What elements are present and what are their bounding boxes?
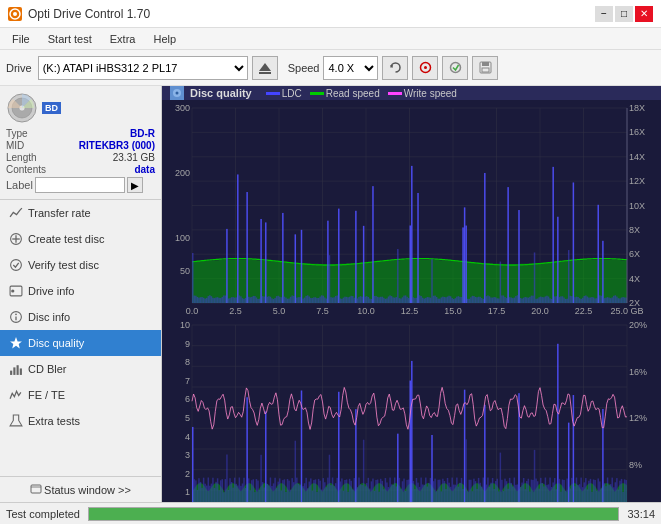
- svg-point-6: [424, 66, 427, 69]
- main-area: BD Type BD-R MID RITEKBR3 (000) Length 2…: [0, 86, 661, 502]
- menu-help[interactable]: Help: [145, 31, 184, 47]
- disc-quality-title-icon: [170, 86, 184, 100]
- sidebar-item-disc-quality[interactable]: Disc quality: [0, 330, 161, 356]
- status-text: Test completed: [6, 508, 80, 520]
- legend-ldc-color: [266, 92, 280, 95]
- legend-write-color: [388, 92, 402, 95]
- disc-label-label: Label: [6, 179, 33, 191]
- disc-length-row: Length 23.31 GB: [6, 152, 155, 163]
- disc-label-input[interactable]: [35, 177, 125, 193]
- drive-label: Drive: [6, 62, 32, 74]
- disc-button[interactable]: [412, 56, 438, 80]
- nav-label-drive-info: Drive info: [28, 285, 74, 297]
- disc-header: BD: [6, 92, 155, 124]
- nav-label-disc-quality: Disc quality: [28, 337, 84, 349]
- legend-ldc: LDC: [266, 88, 302, 99]
- legend-read-label: Read speed: [326, 88, 380, 99]
- legend-read-color: [310, 92, 324, 95]
- close-button[interactable]: ✕: [635, 6, 653, 22]
- create-test-icon: [8, 231, 24, 247]
- nav-label-extra-tests: Extra tests: [28, 415, 80, 427]
- svg-marker-2: [259, 63, 271, 71]
- speed-select[interactable]: 4.0 X: [323, 56, 378, 80]
- toolbar: Drive (K:) ATAPI iHBS312 2 PL17 Speed 4.…: [0, 50, 661, 86]
- disc-type-value: BD-R: [130, 128, 155, 139]
- nav-label-create-test-disc: Create test disc: [28, 233, 104, 245]
- sidebar-item-verify-test-disc[interactable]: Verify test disc: [0, 252, 161, 278]
- svg-rect-25: [13, 367, 15, 375]
- sidebar-item-fe-te[interactable]: FE / TE: [0, 382, 161, 408]
- drive-info-icon: [8, 283, 24, 299]
- nav-label-transfer-rate: Transfer rate: [28, 207, 91, 219]
- drive-select[interactable]: (K:) ATAPI iHBS312 2 PL17: [38, 56, 248, 80]
- extra-tests-icon: [8, 413, 24, 429]
- disc-length-label: Length: [6, 152, 37, 163]
- disc-details: Type BD-R MID RITEKBR3 (000) Length 23.3…: [6, 128, 155, 193]
- maximize-button[interactable]: □: [615, 6, 633, 22]
- status-window-icon: [30, 484, 42, 496]
- menu-extra[interactable]: Extra: [102, 31, 144, 47]
- content-area: Disc quality LDC Read speed Write speed: [162, 86, 661, 502]
- status-bar: Test completed 33:14: [0, 502, 661, 524]
- chart1-legend: LDC Read speed Write speed: [266, 88, 457, 99]
- svg-point-22: [15, 313, 17, 315]
- status-time: 33:14: [627, 508, 655, 520]
- disc-quality-title-text: Disc quality: [190, 87, 252, 99]
- sidebar-item-cd-bler[interactable]: CD Bler: [0, 356, 161, 382]
- disc-length-value: 23.31 GB: [113, 152, 155, 163]
- status-window-label: Status window >>: [44, 484, 131, 496]
- nav-label-fe-te: FE / TE: [28, 389, 65, 401]
- title-controls: − □ ✕: [595, 6, 653, 22]
- menu-start-test[interactable]: Start test: [40, 31, 100, 47]
- nav-items: Transfer rate Create test disc Verify te…: [0, 200, 161, 476]
- status-window-button[interactable]: Status window >>: [0, 476, 161, 502]
- legend-read-speed: Read speed: [310, 88, 380, 99]
- disc-contents-value: data: [134, 164, 155, 175]
- nav-label-cd-bler: CD Bler: [28, 363, 67, 375]
- window-title: Opti Drive Control 1.70: [28, 7, 150, 21]
- svg-rect-24: [10, 371, 12, 375]
- title-bar-left: Opti Drive Control 1.70: [8, 7, 150, 21]
- eject-button[interactable]: [252, 56, 278, 80]
- transfer-rate-icon: [8, 205, 24, 221]
- disc-type-badge: BD: [42, 102, 61, 114]
- disc-contents-label: Contents: [6, 164, 46, 175]
- disc-panel: BD Type BD-R MID RITEKBR3 (000) Length 2…: [0, 86, 161, 200]
- svg-rect-26: [17, 365, 19, 375]
- sidebar-item-transfer-rate[interactable]: Transfer rate: [0, 200, 161, 226]
- svg-rect-27: [20, 368, 22, 374]
- svg-rect-9: [482, 62, 489, 66]
- disc-image: [6, 92, 38, 124]
- sidebar-item-drive-info[interactable]: Drive info: [0, 278, 161, 304]
- disc-quality-header: Disc quality LDC Read speed Write speed: [162, 86, 661, 100]
- ldc-chart: [162, 100, 661, 317]
- svg-marker-23: [10, 337, 22, 348]
- bis-jitter-chart: [162, 317, 661, 502]
- menu-file[interactable]: File: [4, 31, 38, 47]
- progress-fill: [89, 508, 618, 520]
- write-button[interactable]: [442, 56, 468, 80]
- svg-point-17: [11, 260, 22, 271]
- save-button[interactable]: [472, 56, 498, 80]
- legend-write-speed: Write speed: [388, 88, 457, 99]
- nav-label-disc-info: Disc info: [28, 311, 70, 323]
- minimize-button[interactable]: −: [595, 6, 613, 22]
- disc-label-btn[interactable]: ▶: [127, 177, 143, 193]
- disc-label-row: Label ▶: [6, 177, 155, 193]
- svg-rect-10: [482, 68, 489, 72]
- progress-bar: [88, 507, 619, 521]
- disc-mid-value: RITEKBR3 (000): [79, 140, 155, 151]
- verify-test-icon: [8, 257, 24, 273]
- nav-label-verify-test-disc: Verify test disc: [28, 259, 99, 271]
- sidebar-item-extra-tests[interactable]: Extra tests: [0, 408, 161, 434]
- menu-bar: File Start test Extra Help: [0, 28, 661, 50]
- sidebar-item-create-test-disc[interactable]: Create test disc: [0, 226, 161, 252]
- cd-bler-icon: [8, 361, 24, 377]
- refresh-button[interactable]: [382, 56, 408, 80]
- disc-contents-row: Contents data: [6, 164, 155, 175]
- svg-point-31: [176, 92, 179, 95]
- sidebar-item-disc-info[interactable]: Disc info: [0, 304, 161, 330]
- charts-area: [162, 100, 661, 502]
- fe-te-icon: [8, 387, 24, 403]
- svg-point-19: [11, 289, 14, 292]
